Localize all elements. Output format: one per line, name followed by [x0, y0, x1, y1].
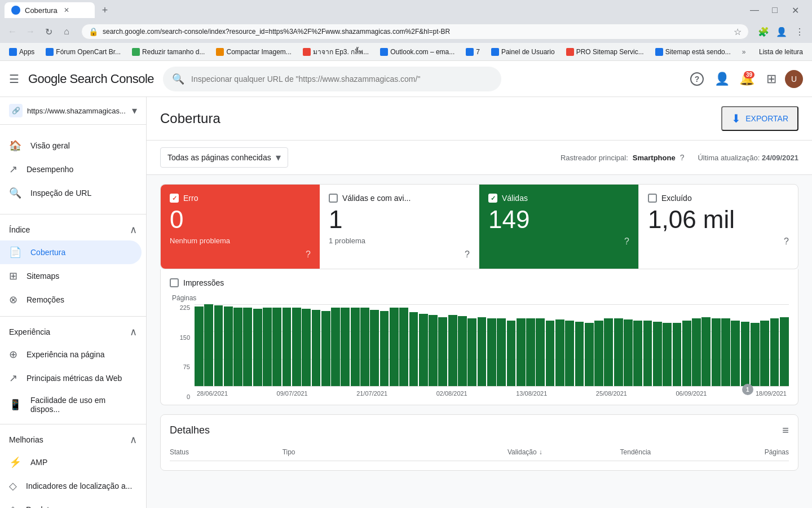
chart-bar[interactable]	[731, 321, 740, 386]
help-button[interactable]: ?	[686, 68, 708, 90]
chart-bar[interactable]	[283, 308, 292, 386]
chart-bar[interactable]	[741, 322, 750, 386]
more-button[interactable]: ⋮	[792, 24, 807, 40]
chart-bar[interactable]	[253, 309, 262, 386]
chart-bar[interactable]	[321, 311, 330, 386]
sort-arrow-icon[interactable]: ↓	[539, 448, 542, 456]
chart-bar[interactable]	[438, 317, 447, 386]
chart-bar[interactable]	[487, 318, 496, 386]
chart-bar[interactable]	[633, 321, 642, 386]
chart-bar[interactable]	[673, 323, 682, 386]
chart-bar[interactable]	[458, 316, 467, 386]
chart-bar[interactable]	[312, 310, 321, 386]
chart-bar[interactable]	[594, 321, 603, 386]
bookmark-outlook[interactable]: Outlook.com – ema...	[376, 47, 459, 57]
back-button[interactable]: ←	[5, 24, 20, 40]
error-checkbox[interactable]: ✓	[170, 194, 179, 203]
valid-warning-checkbox[interactable]	[329, 194, 338, 203]
chart-bar[interactable]	[643, 321, 652, 386]
chart-bar[interactable]	[780, 317, 789, 386]
user-avatar[interactable]: U	[785, 70, 803, 88]
chart-bar[interactable]	[419, 314, 428, 386]
chart-bar[interactable]	[663, 323, 672, 386]
chart-bar[interactable]	[302, 309, 311, 386]
chart-bar[interactable]	[360, 308, 369, 386]
crawler-help-icon[interactable]: ?	[680, 153, 685, 162]
browser-tab[interactable]: Cobertura ✕	[5, 2, 95, 18]
pages-filter-dropdown[interactable]: Todas as páginas conhecidas ▾	[160, 147, 288, 168]
chart-bar[interactable]	[712, 318, 721, 386]
export-button[interactable]: ⬇ EXPORTAR	[721, 106, 798, 131]
search-input[interactable]	[191, 75, 492, 84]
sidebar-item-remocoes[interactable]: ⊗ Remoções	[0, 288, 142, 312]
chart-bar[interactable]	[770, 318, 779, 386]
chart-bar[interactable]	[351, 308, 360, 386]
chart-bar[interactable]	[204, 304, 213, 386]
chart-bar[interactable]	[233, 308, 242, 386]
bookmark-sitemap[interactable]: Sitemap está sendo...	[651, 47, 735, 57]
excluded-checkbox[interactable]	[648, 194, 657, 203]
section-header-melhorias[interactable]: Melhorias ∧	[0, 429, 146, 450]
chart-bar[interactable]	[624, 319, 633, 386]
chart-bar[interactable]	[195, 306, 204, 386]
bookmark-youtube[interactable]: มาจาก Ep3. กลี้พ...	[298, 45, 373, 58]
chart-bar[interactable]	[536, 318, 545, 386]
reading-list[interactable]: Lista de leitura	[754, 47, 807, 57]
chart-bar[interactable]	[272, 308, 281, 386]
minimize-button[interactable]: —	[747, 2, 762, 18]
chart-bar[interactable]	[467, 318, 476, 386]
new-tab-button[interactable]: +	[97, 2, 113, 18]
tab-close-button[interactable]: ✕	[62, 6, 71, 15]
sidebar-item-produtos[interactable]: ◇ Produtos	[0, 498, 142, 508]
excluded-help-icon[interactable]: ?	[784, 237, 789, 247]
bookmark-reduzir[interactable]: Reduzir tamanho d...	[127, 47, 209, 57]
bookmarks-more[interactable]: »	[738, 47, 751, 57]
sidebar-item-cobertura[interactable]: 📄 Cobertura	[0, 240, 142, 264]
chart-bar[interactable]	[497, 318, 506, 386]
sidebar-item-core-web-vitals[interactable]: ↗ Principais métricas da Web	[0, 366, 142, 390]
chart-bar[interactable]	[692, 318, 701, 386]
valid-help-icon[interactable]: ?	[624, 237, 629, 247]
chart-bar[interactable]	[546, 321, 555, 386]
chart-bar[interactable]	[565, 321, 574, 386]
accounts-button[interactable]: 👤	[710, 68, 733, 90]
bookmark-pro-sitemap[interactable]: PRO Sitemap Servic...	[562, 47, 648, 57]
sidebar-item-visao-geral[interactable]: 🏠 Visão geral	[0, 134, 142, 157]
chart-bar[interactable]	[429, 315, 438, 386]
chart-bar[interactable]	[224, 306, 233, 386]
valid-warning-help-icon[interactable]: ?	[465, 249, 470, 260]
chart-bar[interactable]	[448, 315, 457, 386]
menu-icon[interactable]: ☰	[9, 72, 19, 86]
chart-bar[interactable]	[682, 321, 691, 386]
forward-button[interactable]: →	[23, 24, 38, 40]
chart-bar[interactable]	[409, 312, 418, 386]
sidebar-item-amp[interactable]: ⚡ AMP	[0, 450, 142, 474]
site-selector[interactable]: 🔗 https://www.shazammagicas... ▾	[0, 97, 146, 125]
sidebar-item-mobile[interactable]: 📱 Facilidade de uso em dispos...	[0, 390, 142, 419]
chart-bar[interactable]	[721, 318, 730, 386]
bookmark-opencart[interactable]: Fórum OpenCart Br...	[41, 47, 125, 57]
chart-bar[interactable]	[507, 321, 516, 386]
sidebar-item-localizacao[interactable]: ◇ Indicadores de localização a...	[0, 474, 142, 498]
sidebar-item-inspecao[interactable]: 🔍 Inspeção de URL	[0, 181, 142, 205]
valid-checkbox[interactable]: ✓	[488, 194, 497, 203]
chart-bar[interactable]	[575, 322, 584, 386]
chart-bar[interactable]	[214, 305, 223, 386]
maximize-button[interactable]: □	[767, 2, 783, 18]
section-header-experiencia[interactable]: Experiência ∧	[0, 321, 146, 343]
chart-bar[interactable]	[585, 323, 594, 386]
chart-bar[interactable]	[478, 317, 487, 386]
apps-button[interactable]: ⊞	[760, 68, 783, 90]
close-button[interactable]: ✕	[787, 2, 803, 18]
chart-bar[interactable]	[517, 318, 526, 386]
chart-bar[interactable]	[380, 311, 389, 386]
extensions-button[interactable]: 🧩	[756, 24, 771, 40]
address-bar[interactable]: 🔒 search.google.com/search-console/index…	[81, 24, 749, 40]
impressions-checkbox[interactable]	[170, 278, 179, 287]
profile-button[interactable]: 👤	[774, 24, 789, 40]
chart-bar[interactable]	[292, 308, 301, 386]
chart-bar[interactable]	[751, 323, 760, 386]
sidebar-item-sitemaps[interactable]: ⊞ Sitemaps	[0, 264, 142, 288]
chart-bar[interactable]	[399, 308, 408, 386]
sidebar-item-experiencia-pagina[interactable]: ⊕ Experiência na página	[0, 343, 142, 366]
